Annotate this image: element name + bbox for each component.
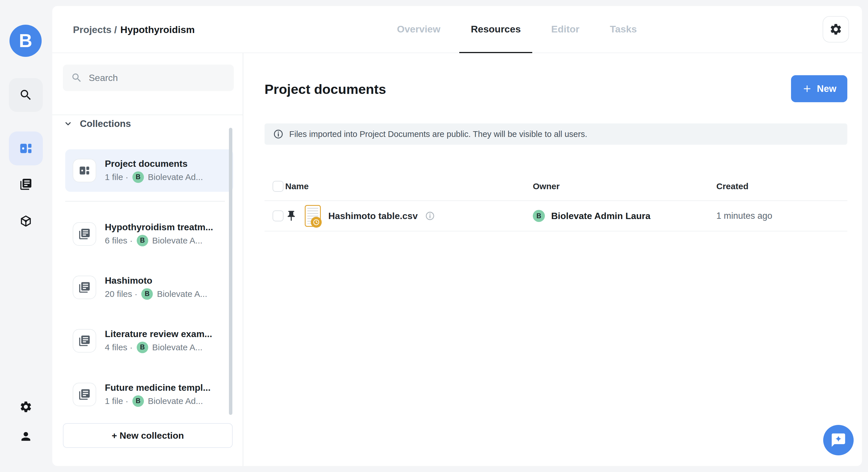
- table-row[interactable]: Hashimoto table.csv B Biolevate Admin La…: [265, 201, 847, 231]
- collection-title: Hashimoto: [105, 275, 207, 286]
- tab-tasks[interactable]: Tasks: [598, 6, 648, 53]
- collection-item[interactable]: Hashimoto 20 files · B Biolevate A...: [65, 266, 233, 309]
- info-icon: [273, 129, 283, 139]
- tab-resources[interactable]: Resources: [459, 6, 532, 53]
- clock-icon: [312, 219, 320, 226]
- collection-item[interactable]: Literature review exam... 4 files · B Bi…: [65, 319, 233, 362]
- library-icon: [78, 388, 91, 401]
- search-icon: [19, 88, 33, 102]
- collections-search[interactable]: [63, 65, 234, 91]
- collections-panel: Collections Project documents 1 file · B…: [52, 53, 243, 466]
- column-header-created: Created: [716, 182, 847, 191]
- breadcrumb-current-project: Hypothyroidism: [120, 24, 195, 35]
- chevron-down-icon: [64, 120, 72, 128]
- collection-tile: [73, 383, 96, 406]
- avatar: B: [137, 235, 148, 246]
- column-header-name: Name: [285, 182, 533, 191]
- app-logo-letter: B: [19, 30, 32, 52]
- cube-icon: [19, 215, 32, 228]
- plus-icon: [802, 84, 812, 94]
- collections-section-title: Collections: [80, 118, 131, 129]
- library-icon: [78, 281, 91, 294]
- project-board-icon: [78, 164, 91, 177]
- row-checkbox[interactable]: [273, 211, 283, 221]
- tab-editor[interactable]: Editor: [540, 6, 591, 53]
- collection-title: Future medicine templ...: [105, 382, 211, 393]
- card-header: Projects / Hypothyroidism Overview Resou…: [52, 6, 862, 53]
- created-time: 1 minutes ago: [716, 211, 847, 221]
- public-files-banner: Files imported into Project Documents ar…: [265, 123, 847, 145]
- file-name[interactable]: Hashimoto table.csv: [328, 211, 417, 221]
- collection-item[interactable]: Future medicine templ... 1 file · B Biol…: [65, 373, 233, 416]
- collection-owner: Biolevate A...: [157, 289, 207, 299]
- file-thumbnail: [305, 205, 321, 227]
- collection-tile: [73, 276, 96, 299]
- library-icon: [78, 228, 91, 240]
- collection-title: Literature review exam...: [105, 329, 212, 339]
- gear-icon: [19, 400, 32, 413]
- collection-title: Hypothyroidism treatm...: [105, 222, 213, 232]
- collection-owner: Biolevate A...: [152, 236, 203, 246]
- collection-tile: [73, 159, 96, 182]
- breadcrumb-projects-link[interactable]: Projects /: [73, 24, 117, 35]
- header-tabs: Overview Resources Editor Tasks: [385, 6, 648, 53]
- avatar: B: [137, 342, 148, 353]
- app-logo[interactable]: B: [9, 25, 42, 57]
- rail-account-button[interactable]: [9, 419, 43, 453]
- file-info-icon[interactable]: [425, 211, 435, 221]
- content-area: Project documents New Files imported int…: [243, 53, 862, 466]
- collection-file-count: 4 files ·: [105, 343, 133, 352]
- chat-sparkle-icon: [830, 432, 846, 448]
- avatar: B: [141, 288, 153, 300]
- owner-name: Biolevate Admin Laura: [551, 211, 651, 221]
- collections-divider: [65, 201, 225, 201]
- banner-text: Files imported into Project Documents ar…: [289, 129, 587, 139]
- collection-file-count: 1 file ·: [105, 396, 128, 406]
- documents-table: Name Owner Created Hashimoto table.csv: [265, 172, 847, 231]
- project-settings-button[interactable]: [823, 16, 849, 42]
- table-header: Name Owner Created: [265, 172, 847, 201]
- library-icon: [19, 178, 32, 191]
- app-rail: B: [0, 0, 52, 472]
- tab-overview[interactable]: Overview: [385, 6, 452, 53]
- collection-file-count: 1 file ·: [105, 172, 128, 182]
- rail-library-button[interactable]: [9, 167, 43, 201]
- ai-chat-fab[interactable]: [823, 425, 854, 455]
- rail-projects-button[interactable]: [9, 131, 43, 165]
- project-board-icon: [19, 141, 33, 156]
- select-all-checkbox[interactable]: [273, 181, 283, 192]
- pin-icon[interactable]: [285, 210, 297, 222]
- collection-tile: [73, 222, 96, 246]
- search-input[interactable]: [89, 73, 226, 83]
- rail-search-button[interactable]: [9, 78, 43, 112]
- rail-settings-button[interactable]: [9, 390, 43, 424]
- collection-title: Project documents: [105, 158, 203, 169]
- library-icon: [78, 335, 91, 347]
- avatar: B: [533, 210, 545, 222]
- collection-owner: Biolevate Ad...: [148, 396, 203, 406]
- person-icon: [19, 430, 32, 443]
- gear-icon: [829, 23, 842, 36]
- new-collection-button[interactable]: + New collection: [63, 423, 232, 448]
- panel-scrollbar[interactable]: [229, 128, 232, 415]
- avatar: B: [132, 171, 144, 183]
- breadcrumb: Projects / Hypothyroidism: [73, 6, 195, 53]
- collection-owner: Biolevate A...: [152, 343, 203, 352]
- panel-divider: [52, 115, 243, 115]
- processing-badge: [311, 217, 322, 228]
- collection-owner: Biolevate Ad...: [148, 172, 203, 182]
- search-icon: [71, 72, 83, 84]
- page-title: Project documents: [265, 81, 386, 97]
- collection-file-count: 20 files ·: [105, 289, 137, 299]
- main-card: Projects / Hypothyroidism Overview Resou…: [52, 6, 862, 466]
- collection-item[interactable]: Hypothyroidism treatm... 6 files · B Bio…: [65, 213, 233, 255]
- rail-packages-button[interactable]: [9, 204, 43, 238]
- new-document-button[interactable]: New: [791, 75, 847, 102]
- collections-section-toggle[interactable]: Collections: [64, 116, 131, 132]
- column-header-owner: Owner: [533, 182, 716, 191]
- collection-item-project-documents[interactable]: Project documents 1 file · B Biolevate A…: [65, 149, 233, 192]
- collection-tile: [73, 329, 96, 352]
- avatar: B: [132, 395, 144, 407]
- collection-file-count: 6 files ·: [105, 236, 133, 246]
